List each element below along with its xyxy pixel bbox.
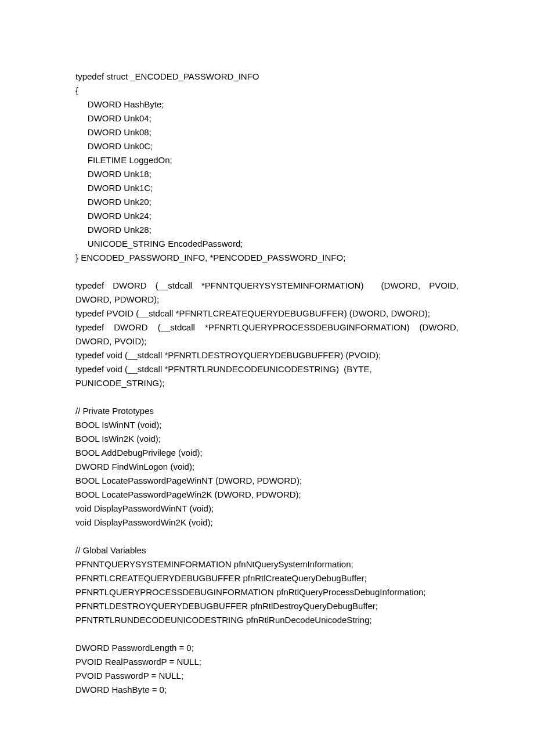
blank-line xyxy=(75,265,459,279)
code-line: BOOL IsWinNT (void); xyxy=(75,418,459,432)
code-line: BOOL LocatePasswordPageWinNT (DWORD, PDW… xyxy=(75,474,459,488)
code-line: typedef void (__stdcall *PFNRTLDESTROYQU… xyxy=(75,348,459,362)
code-line: typedef void (__stdcall *PFNTRTLRUNDECOD… xyxy=(75,362,459,390)
document-page: typedef struct _ENCODED_PASSWORD_INFO{ D… xyxy=(0,0,534,732)
code-line: void DisplayPasswordWinNT (void); xyxy=(75,502,459,516)
code-line: DWORD HashByte = 0; xyxy=(75,683,459,697)
code-line: // Global Variables xyxy=(75,543,459,557)
code-line: BOOL LocatePasswordPageWin2K (DWORD, PDW… xyxy=(75,488,459,502)
code-line: PFNRTLCREATEQUERYDEBUGBUFFER pfnRtlCreat… xyxy=(75,571,459,585)
code-line: DWORD HashByte; xyxy=(75,98,459,111)
code-line: { xyxy=(75,84,459,98)
code-line: typedef DWORD (__stdcall *PFNRTLQUERYPRO… xyxy=(75,321,459,348)
code-line: DWORD PasswordLength = 0; xyxy=(75,641,459,655)
blank-line xyxy=(75,627,459,641)
blank-line xyxy=(75,530,459,543)
code-line: UNICODE_STRING EncodedPassword; xyxy=(75,237,459,251)
code-line: DWORD Unk18; xyxy=(75,167,459,181)
code-line: } ENCODED_PASSWORD_INFO, *PENCODED_PASSW… xyxy=(75,251,459,265)
code-line: BOOL IsWin2K (void); xyxy=(75,432,459,446)
code-line: DWORD Unk08; xyxy=(75,125,459,139)
code-line: DWORD Unk24; xyxy=(75,209,459,223)
code-line: DWORD Unk04; xyxy=(75,111,459,125)
code-line: BOOL AddDebugPrivilege (void); xyxy=(75,446,459,460)
code-line: DWORD Unk1C; xyxy=(75,181,459,195)
code-line: PFNTRTLRUNDECODEUNICODESTRING pfnRtlRunD… xyxy=(75,613,459,627)
code-line: PVOID RealPasswordP = NULL; xyxy=(75,655,459,669)
code-line: FILETIME LoggedOn; xyxy=(75,153,459,167)
code-line: DWORD Unk20; xyxy=(75,195,459,209)
code-line: PFNRTLDESTROYQUERYDEBUGBUFFER pfnRtlDest… xyxy=(75,599,459,613)
code-line: typedef DWORD (__stdcall *PFNNTQUERYSYST… xyxy=(75,279,459,307)
code-line: void DisplayPasswordWin2K (void); xyxy=(75,516,459,530)
code-line: typedef struct _ENCODED_PASSWORD_INFO xyxy=(75,70,459,84)
code-line: PVOID PasswordP = NULL; xyxy=(75,669,459,683)
blank-line xyxy=(75,390,459,404)
code-line: DWORD FindWinLogon (void); xyxy=(75,460,459,474)
code-line: PFNNTQUERYSYSTEMINFORMATION pfnNtQuerySy… xyxy=(75,557,459,571)
code-line: PFNRTLQUERYPROCESSDEBUGINFORMATION pfnRt… xyxy=(75,585,459,599)
code-line: typedef PVOID (__stdcall *PFNRTLCREATEQU… xyxy=(75,307,459,321)
code-line: // Private Prototypes xyxy=(75,404,459,418)
code-line: DWORD Unk0C; xyxy=(75,139,459,153)
code-line: DWORD Unk28; xyxy=(75,223,459,237)
